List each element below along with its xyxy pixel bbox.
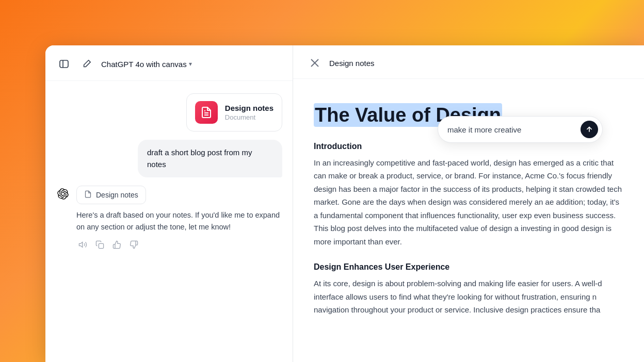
- assistant-content: Design notes Here's a draft based on you…: [76, 186, 282, 251]
- sidebar-toggle-button[interactable]: [56, 56, 72, 72]
- chat-content: Design notes Document draft a short blog…: [45, 81, 293, 362]
- inline-editor-input[interactable]: [447, 125, 575, 134]
- copy-button[interactable]: [93, 238, 106, 251]
- section1-title: Introduction: [314, 142, 623, 151]
- main-window: ChatGPT 4o with canvas ▾ Design not: [45, 45, 644, 362]
- section1-text: In an increasingly competitive and fast-…: [314, 156, 623, 249]
- canvas-header: Design notes: [293, 45, 644, 79]
- canvas-panel: Design notes The Value of Design Introdu…: [293, 45, 644, 362]
- model-selector[interactable]: ChatGPT 4o with canvas ▾: [101, 60, 192, 69]
- message-actions: [76, 238, 282, 251]
- assistant-reply-text: Here's a draft based on your notes. If y…: [76, 209, 282, 233]
- svg-marker-4: [79, 242, 82, 248]
- thumbs-up-button[interactable]: [110, 238, 123, 251]
- section2-text: At its core, design is about problem-sol…: [314, 277, 623, 317]
- section2-title: Design Enhances User Experience: [314, 262, 623, 272]
- chip-label: Design notes: [96, 191, 138, 199]
- assistant-avatar: [56, 187, 70, 201]
- thumbs-down-button[interactable]: [127, 238, 140, 251]
- speaker-button[interactable]: [76, 238, 89, 251]
- inline-editor-popup: [438, 116, 603, 143]
- canvas-content[interactable]: The Value of Design Introduction In an i…: [293, 79, 644, 362]
- doc-icon: [195, 101, 218, 124]
- inline-send-button[interactable]: [581, 121, 598, 138]
- model-title: ChatGPT 4o with canvas: [101, 60, 187, 69]
- doc-card-title: Design notes: [225, 104, 273, 112]
- design-notes-upload-card[interactable]: Design notes Document: [186, 93, 282, 131]
- assistant-message: Design notes Here's a draft based on you…: [56, 186, 282, 251]
- canvas-panel-title: Design notes: [329, 59, 375, 68]
- chat-header: ChatGPT 4o with canvas ▾: [45, 45, 293, 81]
- new-chat-button[interactable]: [78, 56, 95, 72]
- close-canvas-button[interactable]: [308, 56, 322, 70]
- svg-rect-0: [60, 60, 68, 68]
- doc-card-info: Design notes Document: [225, 104, 273, 121]
- chat-panel: ChatGPT 4o with canvas ▾ Design not: [45, 45, 293, 362]
- user-message-text: draft a short blog post from my notes: [147, 148, 252, 169]
- user-message-bubble: draft a short blog post from my notes: [138, 140, 282, 177]
- chip-doc-icon: [84, 190, 92, 200]
- doc-card-subtitle: Document: [225, 113, 273, 121]
- design-notes-chip[interactable]: Design notes: [76, 186, 146, 204]
- svg-rect-5: [99, 244, 103, 249]
- chevron-down-icon: ▾: [189, 60, 192, 68]
